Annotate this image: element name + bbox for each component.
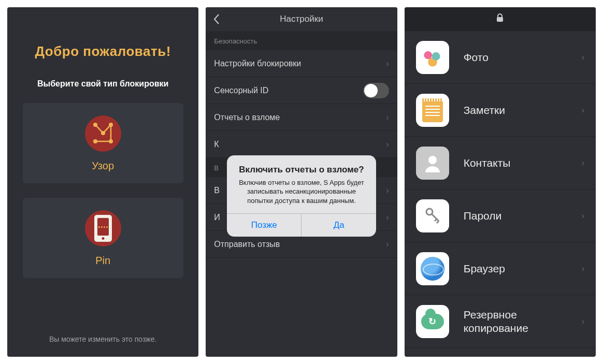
vault-header (405, 7, 596, 31)
screen-welcome: Добро пожаловать! Выберите свой тип блок… (7, 7, 198, 357)
pattern-label: Узор (92, 160, 114, 172)
vault-item-label: Пароли (464, 209, 502, 222)
chevron-right-icon: › (582, 264, 584, 273)
vault-item-notes[interactable]: Заметки › (405, 84, 596, 137)
dialog-title: Включить отчеты о взломе? (237, 165, 366, 175)
backup-icon (416, 305, 449, 338)
pattern-icon (85, 115, 121, 152)
welcome-title: Добро пожаловать! (35, 43, 171, 60)
chevron-right-icon: › (386, 240, 389, 249)
passwords-icon (416, 199, 449, 232)
row-breakin-reports[interactable]: Отчеты о взломе › (206, 104, 397, 131)
chevron-right-icon: › (386, 186, 389, 195)
vault-item-contacts[interactable]: Контакты › (405, 137, 596, 190)
vault-item-label: Контакты (464, 156, 511, 169)
lock-type-pattern[interactable]: Узор (23, 103, 183, 183)
browser-icon (416, 252, 449, 285)
chevron-right-icon: › (582, 158, 584, 168)
svg-line-4 (435, 219, 437, 221)
row-label: В (214, 186, 220, 195)
settings-header: Настройки (206, 7, 397, 31)
lock-icon (496, 13, 504, 25)
row-lock-settings[interactable]: Настройки блокировки › (206, 50, 397, 77)
vault-item-photos[interactable]: Фото › (405, 31, 596, 84)
vault-item-label: Резервное копирование (464, 308, 582, 334)
chevron-right-icon: › (386, 213, 389, 222)
screen-settings: Настройки Безопасность Настройки блокиро… (206, 7, 397, 357)
chevron-right-icon: › (582, 106, 584, 115)
welcome-subtitle: Выберите свой тип блокировки (37, 79, 168, 89)
dialog-yes-button[interactable]: Да (301, 214, 376, 237)
settings-title: Настройки (280, 14, 323, 24)
row-label: И (214, 213, 220, 222)
svg-point-1 (428, 156, 437, 164)
vault-item-browser[interactable]: Браузер › (405, 242, 596, 295)
vault-item-label: Браузер (464, 262, 505, 275)
section-security: Безопасность (206, 31, 397, 50)
screen-vault: Фото › Заметки › Контакты › Пароли › Бра… (405, 7, 596, 357)
row-label: Настройки блокировки (214, 59, 301, 68)
chevron-right-icon: › (386, 140, 389, 149)
back-button[interactable] (213, 7, 220, 31)
row-label: Сенсорный ID (214, 86, 268, 95)
vault-item-backup[interactable]: Резервное копирование › (405, 295, 596, 348)
dialog-later-button[interactable]: Позже (227, 214, 302, 237)
breakin-dialog: Включить отчеты о взломе? Включив отчеты… (227, 155, 376, 237)
row-label: Отчеты о взломе (214, 113, 280, 122)
row-obscured-1[interactable]: К › (206, 131, 397, 158)
vault-item-label: Фото (464, 51, 489, 64)
notes-icon (416, 94, 449, 127)
welcome-footer: Вы можете изменить это позже. (7, 335, 198, 343)
chevron-right-icon: › (386, 113, 389, 122)
chevron-right-icon: › (386, 59, 389, 68)
lock-type-pin[interactable]: Pin (23, 198, 183, 278)
svg-rect-0 (497, 17, 503, 22)
vault-item-passwords[interactable]: Пароли › (405, 190, 596, 242)
contacts-icon (416, 147, 449, 180)
touch-id-toggle[interactable] (363, 83, 389, 98)
chevron-right-icon: › (582, 317, 584, 326)
chevron-right-icon: › (582, 53, 584, 62)
photos-icon (416, 41, 449, 74)
row-label: К (214, 140, 219, 149)
dialog-body: Включив отчеты о взломе, S Apps будет за… (237, 178, 366, 206)
chevron-right-icon: › (582, 211, 584, 221)
row-label: Отправить отзыв (214, 240, 280, 249)
row-touch-id[interactable]: Сенсорный ID (206, 77, 397, 104)
pin-icon (85, 210, 121, 246)
pin-label: Pin (95, 255, 110, 267)
svg-line-5 (437, 221, 439, 223)
vault-item-label: Заметки (464, 104, 505, 117)
